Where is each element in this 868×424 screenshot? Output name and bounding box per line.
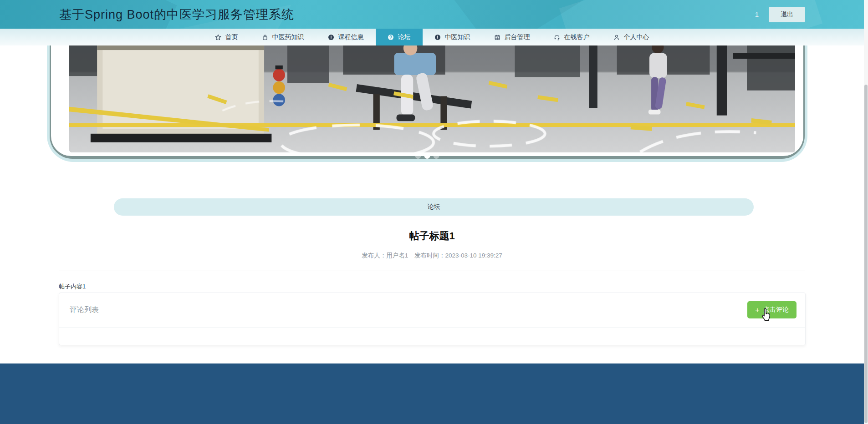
nav-item-forum[interactable]: 论坛: [376, 29, 423, 45]
nav-item-label: 中医知识: [445, 33, 470, 41]
app-header: 基于Spring Boot的中医学习服务管理系统 1 退出: [0, 0, 864, 29]
comment-list-title: 评论列表: [70, 305, 99, 315]
lock-icon: [262, 34, 268, 40]
post-meta: 发布人：用户名1 发布时间：2023-03-10 19:39:27: [0, 252, 864, 260]
forum-section-banner: 论坛: [114, 198, 754, 216]
nav-item-label: 课程信息: [338, 33, 364, 41]
main-nav: 首页 中医药知识 课程信息 论坛 中医知识: [0, 29, 864, 45]
scrollbar-thumb[interactable]: [864, 85, 868, 423]
carousel-dots: [415, 153, 439, 159]
post-publish-time: 发布时间：2023-03-10 19:39:27: [414, 252, 502, 259]
question-circle-icon: [388, 34, 394, 40]
nav-item-tcm-pharm-knowledge[interactable]: 中医药知识: [250, 29, 316, 45]
post-publisher: 发布人：用户名1: [362, 252, 408, 259]
nav-item-personal-center[interactable]: 个人中心: [602, 29, 661, 45]
comment-card-divider: [59, 327, 805, 328]
nav-item-online-service[interactable]: 在线客户: [542, 29, 602, 45]
nav-item-course-info[interactable]: 课程信息: [316, 29, 376, 45]
calendar-icon: [494, 34, 500, 40]
nav-item-label: 论坛: [398, 33, 411, 41]
nav-item-label: 个人中心: [624, 33, 649, 41]
app-title: 基于Spring Boot的中医学习服务管理系统: [59, 6, 294, 23]
star-icon: [215, 34, 221, 40]
carousel-dot-1[interactable]: [415, 153, 421, 159]
post-divider: [59, 271, 805, 271]
user-id-text: 1: [755, 10, 759, 18]
nav-item-tcm-knowledge[interactable]: 中医知识: [423, 29, 482, 45]
info-circle-icon: [328, 34, 334, 40]
add-comment-button[interactable]: + 点击评论: [747, 301, 797, 318]
nav-item-label: 在线客户: [564, 33, 590, 41]
header-user-area: 1 退出: [755, 0, 805, 29]
page-footer: [0, 363, 864, 424]
plus-icon: +: [755, 306, 760, 314]
post-title: 帖子标题1: [0, 229, 864, 243]
nav-item-label: 首页: [225, 33, 238, 41]
carousel-dot-2-active[interactable]: [424, 153, 430, 159]
nav-item-admin[interactable]: 后台管理: [482, 29, 542, 45]
logout-button[interactable]: 退出: [769, 7, 805, 22]
user-icon: [613, 34, 620, 40]
carousel-dot-3[interactable]: [434, 153, 439, 159]
info-circle-icon: [434, 34, 441, 40]
add-comment-label: 点击评论: [763, 306, 789, 314]
nav-item-label: 中医药知识: [272, 33, 304, 41]
comment-card: 评论列表 + 点击评论: [59, 293, 806, 345]
page-scrollbar[interactable]: [864, 0, 868, 424]
post-content: 帖子内容1: [59, 283, 86, 291]
forum-post-page: 基于Spring Boot的中医学习服务管理系统 1 退出 首页 中医药知识 课…: [0, 0, 868, 424]
headset-icon: [554, 34, 560, 40]
nav-item-home[interactable]: 首页: [203, 29, 250, 45]
nav-item-label: 后台管理: [505, 33, 530, 41]
